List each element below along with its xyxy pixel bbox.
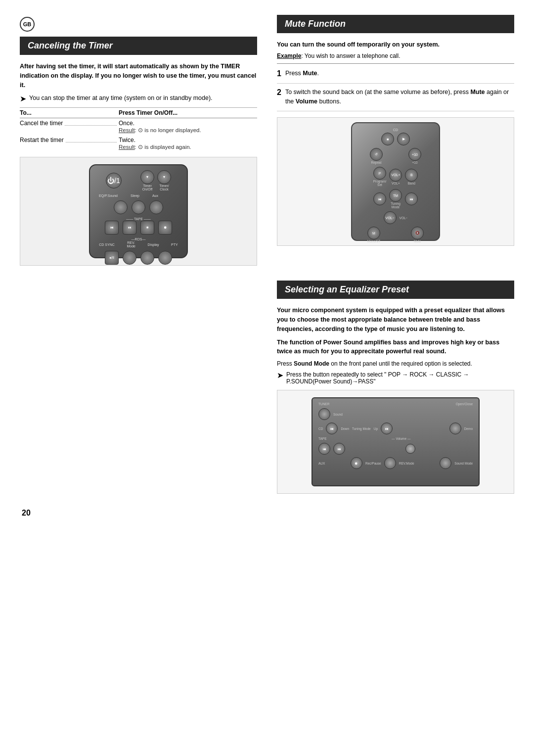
mute-example: Example: You wish to answer a telephone … bbox=[277, 52, 514, 59]
step-2-num: 2 bbox=[277, 88, 281, 97]
dots2 bbox=[66, 138, 117, 142]
fp-row-3: CD ⏮ Down Tuning Mode Up ⏭ Demo bbox=[318, 423, 473, 434]
rec-btn: ⏺ bbox=[158, 221, 172, 235]
front-panel-drawing: TUNER Open/Close Sound CD ⏮ Down bbox=[312, 397, 480, 486]
cd-section-label: CD bbox=[356, 128, 435, 132]
sleep-label: Sleep bbox=[131, 194, 139, 197]
example-label: Example bbox=[277, 52, 301, 59]
col1-header: To... bbox=[20, 109, 119, 116]
fp-row-5: ⏮ ⏭ bbox=[318, 443, 473, 455]
cd-fp-label: CD bbox=[318, 427, 323, 430]
tuning-mode-fp-label: Tuning Mode bbox=[352, 427, 371, 430]
canceling-timer-intro: After having set the timer, it will star… bbox=[20, 62, 257, 90]
gb-badge: GB bbox=[20, 17, 35, 32]
repeat-label: Repeat bbox=[371, 161, 382, 164]
cancel-press: Once. Result: ⊙ is no longer displayed. bbox=[119, 120, 257, 134]
plus10-label: +10 bbox=[412, 161, 417, 164]
mute-remote-drawing: CD ■ ▶ ↺ Repeat +10 bbox=[351, 122, 440, 241]
timer-device-image: ⏻/1 ▼ TimerOn/Off ▼ Timer/Clock bbox=[20, 157, 257, 266]
cd-sync-btn: ●/II bbox=[105, 251, 119, 265]
rec-pause-btn: ⏺ bbox=[351, 457, 362, 469]
aux-btn bbox=[149, 200, 163, 214]
tuning-mode-label: TuningMode bbox=[391, 202, 400, 209]
demo-label: Demo bbox=[464, 427, 473, 430]
volume-label: — Volume — bbox=[392, 437, 410, 440]
rew-btn: ⏮ bbox=[105, 221, 119, 235]
cd-play-btn: ▶ bbox=[397, 133, 410, 145]
eq-label: EQ/P.Sound bbox=[99, 194, 118, 197]
top-row: GB Canceling the Timer After having set … bbox=[20, 15, 514, 266]
rev-mode-fp-btn bbox=[384, 457, 396, 469]
cd-sync-label: CD SYNC bbox=[99, 243, 115, 246]
table-row-cancel: Cancel the timer Once. Result: ⊙ is no l… bbox=[20, 118, 257, 135]
repeat-btn: ↺ bbox=[370, 148, 383, 161]
mute-function-section: Mute Function You can turn the sound off… bbox=[277, 15, 514, 266]
sound-fp-label: Sound bbox=[333, 413, 343, 416]
band-label: Band bbox=[408, 182, 415, 185]
eq-press-text: Press Sound Mode on the front panel unti… bbox=[277, 360, 514, 367]
mute-steps: 1 Press Mute. 2 To switch the sound back… bbox=[277, 69, 514, 112]
remote-row-4-labels: CD SYNC REV.Mode Display PTY bbox=[95, 241, 182, 248]
vol-minus-btn: VOL− bbox=[384, 211, 397, 224]
divider-2 bbox=[277, 83, 514, 84]
eq-tip: ➤ Press the button repeatedly to select … bbox=[277, 371, 514, 385]
tape-fp-label: TAPE bbox=[318, 437, 327, 440]
up-btn: ⏭ bbox=[381, 423, 393, 434]
step-2: 2 To switch the sound back on (at the sa… bbox=[277, 88, 514, 106]
canceling-timer-title: Canceling the Timer bbox=[20, 37, 257, 55]
mono-st-btn: M bbox=[367, 227, 380, 239]
table-row-restart: Restart the timer Twice. Result: ⊙ is di… bbox=[20, 135, 257, 152]
mute-intro: You can turn the sound off temporarily o… bbox=[277, 40, 514, 49]
eq-body-2: The function of Power Sound amplifies ba… bbox=[277, 338, 514, 357]
bottom-row: Selecting an Equalizer Preset Your micro… bbox=[20, 281, 514, 494]
program-set-label: Program/Set bbox=[373, 180, 387, 187]
pty-btn bbox=[158, 251, 172, 265]
timer-on-off-btn: ▼ bbox=[140, 170, 154, 184]
mute-remote-row-2: ↺ Repeat +10 +10 bbox=[356, 148, 435, 164]
step-2-text: To switch the sound back on (at the same… bbox=[285, 88, 514, 106]
timer-table: To... Press Timer On/Off... Cancel the t… bbox=[20, 107, 257, 152]
sound-mode-btn bbox=[440, 457, 451, 469]
canceling-timer-tip: ➤ You can stop the timer at any time (sy… bbox=[20, 94, 257, 103]
tape-label: —— TAPE —— bbox=[95, 217, 182, 221]
volume-knob bbox=[405, 444, 415, 454]
rev-mode-fp-label: REV.Mode bbox=[399, 462, 414, 465]
table-header: To... Press Timer On/Off... bbox=[20, 108, 257, 118]
cd-btn: ⏮ bbox=[326, 423, 338, 434]
timer-on-off-label: TimerOn/Off bbox=[142, 184, 153, 191]
arrow-icon: ➤ bbox=[20, 94, 26, 103]
eq-body-1: Your micro component system is equipped … bbox=[277, 306, 514, 333]
fp-row-2: Sound bbox=[318, 408, 473, 420]
sound-mode-label: Sound Mode bbox=[454, 462, 473, 465]
rds-label: —RDS— bbox=[95, 237, 182, 241]
front-panel-image: TUNER Open/Close Sound CD ⏮ Down bbox=[277, 390, 514, 494]
mute-btn: 🔇 bbox=[411, 227, 424, 239]
open-close-label: Open/Close bbox=[456, 402, 473, 406]
ff-btn: ⏭ bbox=[123, 221, 136, 235]
divider-3 bbox=[277, 111, 514, 111]
pty-label: PTY bbox=[171, 243, 178, 246]
mute-remote-row-6: M Mono/ST 🔇 Mute bbox=[356, 227, 435, 243]
down-label: Down bbox=[341, 427, 349, 430]
tuner-label: TUNER bbox=[318, 402, 329, 406]
equalizer-title: Selecting an Equalizer Preset bbox=[277, 281, 514, 299]
bottom-left-empty bbox=[20, 281, 257, 494]
cd-stop-btn: ■ bbox=[381, 133, 394, 145]
restart-press: Twice. Result: ⊙ is displayed again. bbox=[119, 137, 257, 150]
aux-label: Aux bbox=[152, 194, 158, 197]
page-layout: GB Canceling the Timer After having set … bbox=[20, 15, 514, 518]
mute-function-title: Mute Function bbox=[277, 15, 514, 33]
eq-tip-text: Press the button repeatedly to select " … bbox=[286, 371, 514, 385]
mute-remote-row-4: ⏮ TM TuningMode ⏭ bbox=[356, 189, 435, 209]
vol-plus-label: VOL+ bbox=[392, 182, 400, 185]
skip-back-btn: ⏮ bbox=[373, 192, 386, 205]
fp-row-6: AUX ⏺ Rec/Pause REV.Mode Sound Mode bbox=[318, 457, 473, 469]
timer-clock-label: Timer/Clock bbox=[159, 184, 169, 191]
remote-row-4: ●/II bbox=[95, 251, 182, 265]
restart-result: Result: ⊙ is displayed again. bbox=[119, 143, 257, 150]
eq-btn bbox=[114, 200, 128, 214]
tape-rew-btn: ⏮ bbox=[318, 443, 330, 455]
mono-st-label: Mono/ST bbox=[367, 239, 380, 243]
page-number: 20 bbox=[20, 509, 514, 518]
dots bbox=[65, 121, 117, 126]
